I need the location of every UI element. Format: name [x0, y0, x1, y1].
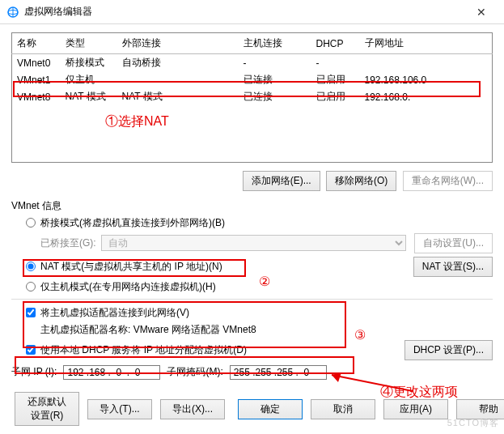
table-row[interactable]: VMnet1 仅主机... 已连接 已启用 192.168.106.0 — [12, 71, 493, 88]
nat-radio[interactable] — [26, 262, 36, 271]
subnet-ip-label: 子网 IP (I): — [11, 365, 57, 379]
footer-buttons: 还原默认设置(R) 导入(T)... 导出(X)... 确定 取消 应用(A) … — [11, 392, 493, 426]
vmnet-info-label: VMnet 信息 — [11, 199, 493, 213]
export-button[interactable]: 导出(X)... — [160, 399, 225, 419]
col-host[interactable]: 主机连接 — [239, 33, 311, 54]
dhcp-settings-button[interactable]: DHCP 设置(P)... — [404, 340, 493, 360]
nat-mode-option[interactable]: NAT 模式(与虚拟机共享主机的 IP 地址)(N) NAT 设置(S)... — [11, 257, 493, 277]
subnet-mask-input[interactable] — [230, 365, 327, 380]
titlebar: 虚拟网络编辑器 ✕ — [0, 0, 504, 24]
dhcp-option[interactable]: 使用本地 DHCP 服务将 IP 地址分配给虚拟机(D) DHCP 设置(P).… — [11, 340, 493, 360]
hostonly-mode-option[interactable]: 仅主机模式(在专用网络内连接虚拟机)(H) — [11, 280, 493, 294]
col-dhcp[interactable]: DHCP — [311, 33, 360, 54]
help-button[interactable]: 帮助 — [456, 399, 504, 419]
network-table[interactable]: 名称 类型 外部连接 主机连接 DHCP 子网地址 VMnet0 桥接模式 自动… — [11, 32, 493, 163]
rename-network-button[interactable]: 重命名网络(W)... — [403, 171, 493, 191]
dhcp-label: 使用本地 DHCP 服务将 IP 地址分配给虚拟机(D) — [40, 343, 247, 357]
import-button[interactable]: 导入(T)... — [87, 399, 152, 419]
bridged-to-row: 已桥接至(G): 自动 自动设置(U)... — [11, 233, 493, 253]
nat-settings-button[interactable]: NAT 设置(S)... — [413, 257, 493, 277]
connect-host-option[interactable]: 将主机虚拟适配器连接到此网络(V) — [11, 306, 493, 320]
bridge-mode-option[interactable]: 桥接模式(将虚拟机直接连接到外部网络)(B) — [11, 216, 493, 230]
col-ext[interactable]: 外部连接 — [117, 33, 239, 54]
nat-label: NAT 模式(与虚拟机共享主机的 IP 地址)(N) — [40, 260, 222, 274]
add-network-button[interactable]: 添加网络(E)... — [243, 171, 320, 191]
app-icon — [6, 6, 19, 19]
remove-network-button[interactable]: 移除网络(O) — [326, 171, 396, 191]
table-row[interactable]: VMnet0 桥接模式 自动桥接 - - — [12, 54, 493, 72]
dhcp-checkbox[interactable] — [26, 345, 36, 355]
adapter-name-label: 主机虚拟适配器名称: VMware 网络适配器 VMnet8 — [40, 323, 256, 337]
adapter-name-row: 主机虚拟适配器名称: VMware 网络适配器 VMnet8 — [11, 323, 493, 337]
content-area: 名称 类型 外部连接 主机连接 DHCP 子网地址 VMnet0 桥接模式 自动… — [0, 24, 504, 388]
bridged-to-label: 已桥接至(G): — [40, 236, 96, 250]
bridge-radio[interactable] — [26, 218, 36, 228]
hostonly-label: 仅主机模式(在专用网络内连接虚拟机)(H) — [40, 280, 216, 294]
close-button[interactable]: ✕ — [465, 0, 498, 24]
col-type[interactable]: 类型 — [61, 33, 117, 54]
col-name[interactable]: 名称 — [12, 33, 61, 54]
divider — [11, 299, 493, 300]
bridge-label: 桥接模式(将虚拟机直接连接到外部网络)(B) — [40, 216, 225, 230]
bridged-select: 自动 — [101, 235, 407, 251]
table-row[interactable]: VMnet8 NAT 模式 NAT 模式 已连接 已启用 192.168.0. — [12, 88, 493, 105]
col-subnet[interactable]: 子网地址 — [360, 33, 493, 54]
network-buttons: 添加网络(E)... 移除网络(O) 重命名网络(W)... — [11, 171, 493, 191]
hostonly-radio[interactable] — [26, 282, 36, 291]
restore-defaults-button[interactable]: 还原默认设置(R) — [15, 392, 79, 426]
connect-host-checkbox[interactable] — [26, 308, 36, 317]
watermark: 51CTO博客 — [447, 417, 499, 429]
window-title: 虚拟网络编辑器 — [24, 5, 465, 19]
connect-host-label: 将主机虚拟适配器连接到此网络(V) — [40, 306, 189, 320]
apply-button[interactable]: 应用(A) — [383, 399, 448, 419]
ok-button[interactable]: 确定 — [238, 399, 303, 419]
cancel-button[interactable]: 取消 — [311, 399, 375, 419]
subnet-mask-label: 子网掩码(M): — [167, 365, 222, 379]
auto-settings-button: 自动设置(U)... — [414, 233, 493, 253]
subnet-ip-input[interactable] — [63, 365, 160, 380]
